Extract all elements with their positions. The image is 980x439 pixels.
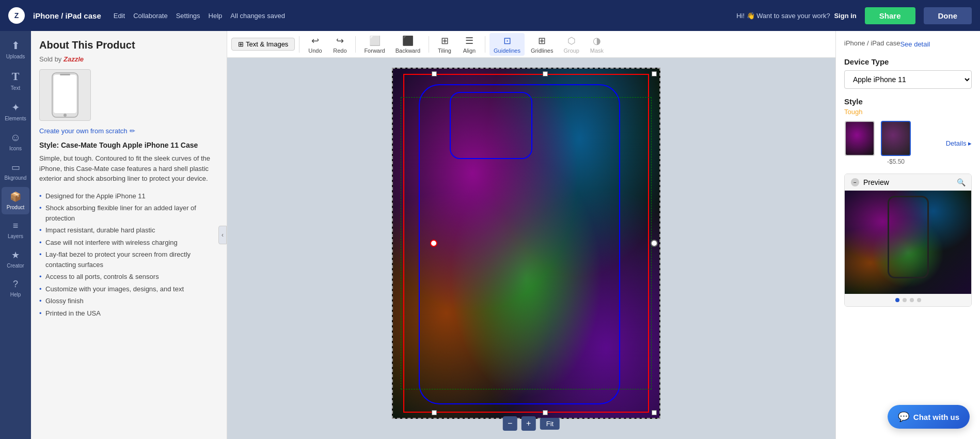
rotate-handle[interactable]	[651, 240, 658, 247]
undo-label: Undo	[308, 48, 322, 54]
product-description: Simple, but tough. Contoured to fit the …	[39, 153, 218, 184]
create-own-link[interactable]: Create your own from scratch ✏	[39, 127, 135, 135]
redo-button[interactable]: ↪ Redo	[328, 33, 351, 56]
preview-image	[845, 191, 971, 294]
backward-button[interactable]: ⬛ Backward	[391, 33, 424, 56]
feature-item: Glossy finish	[39, 295, 218, 307]
handle-top-right[interactable]	[652, 71, 657, 76]
right-panel-breadcrumb: iPhone / iPad case	[844, 39, 900, 47]
style-option-1[interactable]	[844, 121, 875, 158]
sidebar-item-background[interactable]: ▭ Bkground	[2, 158, 29, 185]
preview-phone-frame	[888, 196, 929, 278]
sidebar-icons: ⬆ Uploads T Text ✦ Elements ☺ Icons ▭ Bk…	[0, 31, 31, 439]
sidebar-item-icons[interactable]: ☺ Icons	[2, 128, 29, 155]
product-icon: 📦	[10, 191, 21, 202]
handle-left-mid[interactable]	[430, 240, 437, 247]
redo-icon: ↪	[336, 35, 344, 46]
handle-top-left[interactable]	[432, 71, 437, 76]
style-thumb-1[interactable]	[845, 121, 875, 156]
backward-label: Backward	[396, 48, 420, 54]
preview-dot-4[interactable]	[917, 298, 921, 302]
align-icon: ☰	[465, 35, 473, 46]
all-changes-saved[interactable]: All changes saved	[230, 12, 285, 20]
sidebar-item-text[interactable]: T Text	[2, 66, 29, 95]
chat-button[interactable]: 💬 Chat with us	[888, 405, 970, 429]
guidelines-button[interactable]: ⊡ Guidelines	[489, 33, 525, 56]
product-features-list: Designed for the Apple iPhone 11 Shock a…	[39, 190, 218, 320]
right-panel: iPhone / iPad case See detail Device Typ…	[835, 31, 980, 439]
undo-icon: ↩	[311, 35, 319, 46]
canvas-area: ⊞ Text & Images ↩ Undo ↪ Redo ⬜ Forward …	[227, 31, 835, 439]
guidelines-icon: ⊡	[503, 35, 511, 46]
design-canvas[interactable]	[392, 68, 660, 419]
preview-dots	[845, 294, 971, 306]
zoom-plus-button[interactable]: +	[521, 416, 536, 431]
device-type-label: Device Type	[844, 57, 972, 66]
handle-bottom-right[interactable]	[652, 410, 657, 415]
zazzle-logo[interactable]: Z	[8, 7, 25, 24]
nav-collaborate[interactable]: Collaborate	[133, 12, 168, 20]
feature-item: Case will not interfere with wireless ch…	[39, 237, 218, 249]
product-style-title: Style: Case-Mate Tough Apple iPhone 11 C…	[39, 141, 218, 149]
product-panel-title: About This Product	[39, 39, 218, 51]
group-icon: ⬡	[567, 35, 576, 46]
panel-collapse-arrow[interactable]: ‹	[218, 226, 227, 244]
feature-item: Impact resistant, durable hard plastic	[39, 224, 218, 237]
forward-button[interactable]: ⬜ Forward	[360, 33, 389, 56]
nav-right: Hi! 👋 Want to save your work? Sign in Sh…	[736, 7, 972, 24]
tiling-button[interactable]: ⊞ Tiling	[433, 33, 456, 56]
handle-top-mid[interactable]	[543, 71, 548, 76]
group-button[interactable]: ⬡ Group	[559, 33, 583, 56]
toolbar-separator-3	[429, 36, 429, 53]
preview-header: − Preview 🔍	[845, 174, 971, 191]
share-button[interactable]: Share	[865, 7, 915, 24]
feature-item: Customize with your images, designs, and…	[39, 283, 218, 295]
elements-icon: ✦	[11, 101, 20, 114]
feature-item: Designed for the Apple iPhone 11	[39, 190, 218, 202]
see-detail-link[interactable]: See detail	[900, 40, 930, 48]
forward-icon: ⬜	[369, 35, 381, 46]
pencil-icon: ✏	[130, 127, 135, 135]
preview-search-icon[interactable]: 🔍	[957, 178, 965, 186]
gridlines-button[interactable]: ⊞ Gridlines	[527, 33, 557, 56]
zoom-fit-button[interactable]: Fit	[540, 418, 560, 430]
preview-minimize-button[interactable]: −	[851, 178, 859, 186]
done-button[interactable]: Done	[924, 7, 972, 24]
mask-button[interactable]: ◑ Mask	[586, 33, 608, 56]
undo-button[interactable]: ↩ Undo	[304, 33, 326, 56]
svg-point-2	[64, 114, 67, 117]
handle-bottom-left[interactable]	[432, 410, 437, 415]
nav-settings[interactable]: Settings	[176, 12, 200, 20]
align-button[interactable]: ☰ Align	[458, 33, 481, 56]
creator-icon: ★	[11, 249, 20, 261]
text-images-tab[interactable]: ⊞ Text & Images	[231, 38, 295, 51]
sidebar-item-uploads[interactable]: ⬆ Uploads	[2, 35, 29, 64]
product-panel: About This Product Sold by Zazzle Create…	[31, 31, 227, 439]
preview-dot-2[interactable]	[903, 298, 907, 302]
canvas-content[interactable]: − + Fit	[227, 58, 835, 439]
preview-dot-1[interactable]	[895, 298, 899, 302]
handle-bottom-mid[interactable]	[543, 410, 548, 415]
sign-in-link[interactable]: Sign in	[834, 12, 856, 20]
sidebar-item-creator[interactable]: ★ Creator	[2, 245, 29, 273]
sidebar-label-layers: Layers	[8, 233, 23, 239]
chat-label: Chat with us	[913, 413, 959, 421]
sidebar-item-layers[interactable]: ≡ Layers	[2, 216, 29, 243]
sidebar-item-elements[interactable]: ✦ Elements	[2, 97, 29, 126]
sidebar-item-help[interactable]: ? Help	[2, 275, 29, 302]
svg-rect-3	[60, 74, 70, 75]
device-type-select[interactable]: Apple iPhone 11	[844, 70, 972, 89]
zoom-minus-button[interactable]: −	[503, 416, 517, 431]
main-layout: ⬆ Uploads T Text ✦ Elements ☺ Icons ▭ Bk…	[0, 31, 980, 439]
style-option-2[interactable]: -$5.50	[880, 121, 911, 165]
text-icon: T	[12, 70, 20, 83]
nav-edit[interactable]: Edit	[114, 12, 125, 20]
style-thumb-2[interactable]	[881, 121, 911, 156]
details-link[interactable]: Details ▸	[946, 139, 972, 147]
nav-help[interactable]: Help	[209, 12, 223, 20]
feature-item: Access to all ports, controls & sensors	[39, 271, 218, 283]
sidebar-item-product[interactable]: 📦 Product	[2, 187, 29, 214]
app-title: iPhone / iPad case	[33, 11, 101, 20]
preview-dot-3[interactable]	[910, 298, 914, 302]
sidebar-label-uploads: Uploads	[6, 54, 25, 59]
